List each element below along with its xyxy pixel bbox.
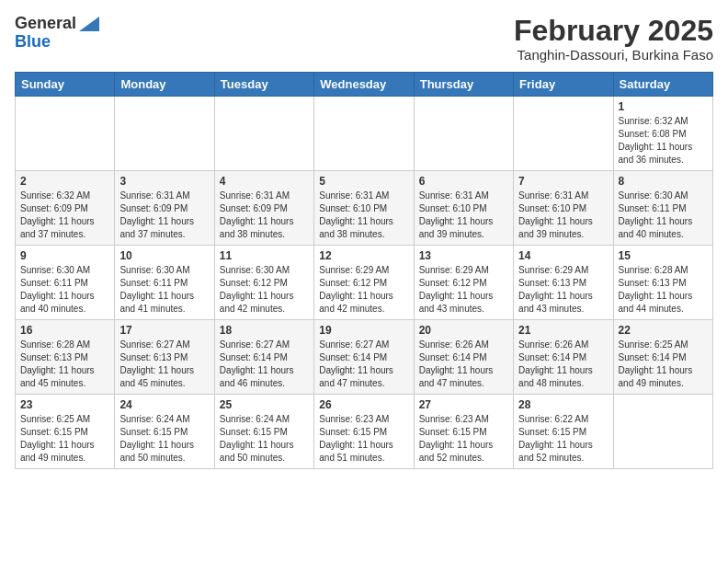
calendar-cell: 11Sunrise: 6:30 AM Sunset: 6:12 PM Dayli… [214,246,313,320]
logo-blue-text: Blue [15,33,99,52]
calendar-week-row: 16Sunrise: 6:28 AM Sunset: 6:13 PM Dayli… [16,320,713,395]
day-number: 1 [619,100,708,113]
day-number: 12 [319,249,408,262]
day-number: 7 [518,175,608,188]
day-info: Sunrise: 6:31 AM Sunset: 6:09 PM Dayligh… [119,190,209,241]
calendar-cell: 24Sunrise: 6:24 AM Sunset: 6:15 PM Dayli… [115,395,214,469]
calendar-cell: 2Sunrise: 6:32 AM Sunset: 6:09 PM Daylig… [16,171,115,246]
calendar-cell: 5Sunrise: 6:31 AM Sunset: 6:10 PM Daylig… [314,171,414,246]
calendar-cell [514,97,613,171]
day-number: 20 [419,324,508,337]
page-header: General Blue February 2025 Tanghin-Dasso… [15,15,713,63]
day-info: Sunrise: 6:30 AM Sunset: 6:11 PM Dayligh… [119,264,209,316]
day-number: 28 [518,398,608,411]
day-info: Sunrise: 6:30 AM Sunset: 6:12 PM Dayligh… [220,264,309,316]
calendar-cell: 18Sunrise: 6:27 AM Sunset: 6:14 PM Dayli… [214,320,313,395]
day-number: 23 [20,398,109,411]
calendar-day-header: Thursday [414,73,513,97]
day-number: 2 [20,175,109,188]
svg-marker-0 [79,17,99,31]
location-title: Tanghin-Dassouri, Burkina Faso [514,47,713,63]
day-number: 16 [20,324,109,337]
day-number: 9 [20,249,109,262]
calendar-cell: 27Sunrise: 6:23 AM Sunset: 6:15 PM Dayli… [414,395,513,469]
calendar-cell [115,97,214,171]
calendar-cell [613,395,712,469]
day-info: Sunrise: 6:30 AM Sunset: 6:11 PM Dayligh… [20,264,109,316]
day-number: 17 [119,324,209,337]
calendar-cell: 1Sunrise: 6:32 AM Sunset: 6:08 PM Daylig… [613,97,712,171]
calendar-cell: 13Sunrise: 6:29 AM Sunset: 6:12 PM Dayli… [414,246,513,320]
day-number: 4 [220,175,309,188]
day-number: 13 [419,249,508,262]
day-number: 22 [619,324,708,337]
day-number: 27 [419,398,508,411]
day-info: Sunrise: 6:27 AM Sunset: 6:14 PM Dayligh… [220,339,309,390]
calendar-day-header: Wednesday [314,73,414,97]
day-info: Sunrise: 6:31 AM Sunset: 6:09 PM Dayligh… [220,190,309,241]
calendar-table: SundayMondayTuesdayWednesdayThursdayFrid… [15,72,713,469]
calendar-cell: 22Sunrise: 6:25 AM Sunset: 6:14 PM Dayli… [613,320,712,395]
day-info: Sunrise: 6:28 AM Sunset: 6:13 PM Dayligh… [20,339,109,390]
day-number: 15 [619,249,708,262]
calendar-day-header: Saturday [613,73,712,97]
day-info: Sunrise: 6:26 AM Sunset: 6:14 PM Dayligh… [419,339,508,390]
calendar-week-row: 1Sunrise: 6:32 AM Sunset: 6:08 PM Daylig… [16,97,713,171]
day-info: Sunrise: 6:26 AM Sunset: 6:14 PM Dayligh… [518,339,608,390]
day-number: 10 [119,249,209,262]
day-info: Sunrise: 6:29 AM Sunset: 6:13 PM Dayligh… [518,264,608,316]
logo: General Blue [15,15,99,52]
calendar-cell: 8Sunrise: 6:30 AM Sunset: 6:11 PM Daylig… [613,171,712,246]
calendar-cell: 6Sunrise: 6:31 AM Sunset: 6:10 PM Daylig… [414,171,513,246]
calendar-cell: 26Sunrise: 6:23 AM Sunset: 6:15 PM Dayli… [314,395,414,469]
calendar-cell: 17Sunrise: 6:27 AM Sunset: 6:13 PM Dayli… [115,320,214,395]
logo-general-text: General [15,15,76,33]
calendar-cell: 19Sunrise: 6:27 AM Sunset: 6:14 PM Dayli… [314,320,414,395]
day-info: Sunrise: 6:24 AM Sunset: 6:15 PM Dayligh… [119,413,209,465]
calendar-cell [214,97,313,171]
calendar-cell: 25Sunrise: 6:24 AM Sunset: 6:15 PM Dayli… [214,395,313,469]
day-number: 11 [220,249,309,262]
calendar-cell: 12Sunrise: 6:29 AM Sunset: 6:12 PM Dayli… [314,246,414,320]
day-info: Sunrise: 6:25 AM Sunset: 6:14 PM Dayligh… [619,339,708,390]
calendar-cell: 21Sunrise: 6:26 AM Sunset: 6:14 PM Dayli… [514,320,613,395]
calendar-cell: 3Sunrise: 6:31 AM Sunset: 6:09 PM Daylig… [115,171,214,246]
day-info: Sunrise: 6:31 AM Sunset: 6:10 PM Dayligh… [518,190,608,241]
day-number: 14 [518,249,608,262]
day-number: 24 [119,398,209,411]
month-title: February 2025 [514,15,713,47]
day-info: Sunrise: 6:29 AM Sunset: 6:12 PM Dayligh… [319,264,408,316]
calendar-day-header: Sunday [16,73,115,97]
day-number: 25 [220,398,309,411]
calendar-cell [314,97,414,171]
calendar-day-header: Friday [514,73,613,97]
calendar-cell: 15Sunrise: 6:28 AM Sunset: 6:13 PM Dayli… [613,246,712,320]
day-number: 18 [220,324,309,337]
calendar-cell: 10Sunrise: 6:30 AM Sunset: 6:11 PM Dayli… [115,246,214,320]
day-info: Sunrise: 6:27 AM Sunset: 6:13 PM Dayligh… [119,339,209,390]
calendar-cell: 9Sunrise: 6:30 AM Sunset: 6:11 PM Daylig… [16,246,115,320]
day-number: 3 [119,175,209,188]
day-info: Sunrise: 6:27 AM Sunset: 6:14 PM Dayligh… [319,339,408,390]
calendar-week-row: 2Sunrise: 6:32 AM Sunset: 6:09 PM Daylig… [16,171,713,246]
day-info: Sunrise: 6:31 AM Sunset: 6:10 PM Dayligh… [319,190,408,241]
calendar-cell: 7Sunrise: 6:31 AM Sunset: 6:10 PM Daylig… [514,171,613,246]
day-number: 5 [319,175,408,188]
calendar-day-header: Monday [115,73,214,97]
day-info: Sunrise: 6:32 AM Sunset: 6:09 PM Dayligh… [20,190,109,241]
day-info: Sunrise: 6:23 AM Sunset: 6:15 PM Dayligh… [419,413,508,465]
day-number: 19 [319,324,408,337]
day-number: 8 [619,175,708,188]
day-info: Sunrise: 6:30 AM Sunset: 6:11 PM Dayligh… [619,190,708,241]
logo-icon [79,17,99,31]
calendar-cell [414,97,513,171]
calendar-cell: 20Sunrise: 6:26 AM Sunset: 6:14 PM Dayli… [414,320,513,395]
calendar-week-row: 23Sunrise: 6:25 AM Sunset: 6:15 PM Dayli… [16,395,713,469]
day-info: Sunrise: 6:28 AM Sunset: 6:13 PM Dayligh… [619,264,708,316]
title-block: February 2025 Tanghin-Dassouri, Burkina … [514,15,713,63]
day-info: Sunrise: 6:29 AM Sunset: 6:12 PM Dayligh… [419,264,508,316]
day-info: Sunrise: 6:22 AM Sunset: 6:15 PM Dayligh… [518,413,608,465]
calendar-cell: 4Sunrise: 6:31 AM Sunset: 6:09 PM Daylig… [214,171,313,246]
day-number: 26 [319,398,408,411]
day-info: Sunrise: 6:23 AM Sunset: 6:15 PM Dayligh… [319,413,408,465]
